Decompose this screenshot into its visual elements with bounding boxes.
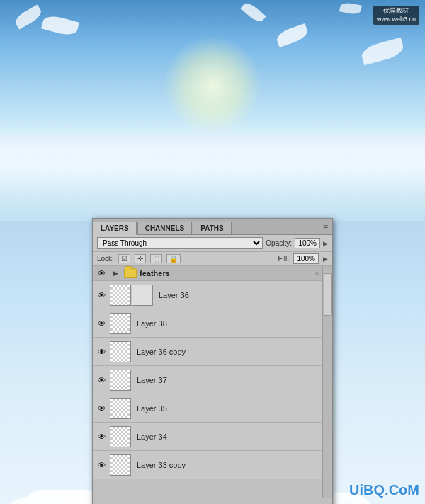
eye-icon-layer33copy[interactable]: 👁 [96, 459, 107, 471]
thumb-container-layer37 [110, 370, 131, 391]
eye-icon-group[interactable]: 👁 [96, 268, 107, 279]
eye-icon-layer38[interactable]: 👁 [96, 318, 107, 329]
opacity-label: Opacity: [266, 239, 292, 247]
eye-icon-layer34[interactable]: 👁 [96, 431, 107, 442]
layer-name-layer38: Layer 38 [134, 319, 320, 328]
table-row[interactable]: 👁 Layer 34 ○ ▼ [93, 423, 332, 451]
thumb-container-layer36copy [110, 341, 131, 362]
tab-channels[interactable]: CHANNELS [137, 222, 193, 234]
table-row[interactable]: 👁 Layer 36 copy ○ ▼ [93, 338, 332, 366]
fill-arrow[interactable]: ▶ [323, 256, 328, 263]
layers-content: 👁 ▶ feathers ○ ▼ 👁 Layer 36 ○ ▼ 👁 [93, 266, 332, 498]
thumb-container-layer36 [110, 285, 153, 306]
layer-name-layer36copy: Layer 36 copy [134, 348, 320, 356]
lock-check-btn[interactable]: ☑ [118, 254, 130, 263]
thumb-container-layer38 [110, 313, 131, 334]
layer-thumb-layer37 [110, 370, 131, 391]
blend-mode-select[interactable]: Pass Through [97, 237, 263, 249]
layer-thumb-layer36copy [110, 341, 131, 362]
watermark: 优异教材 www.web3.cn [373, 6, 419, 25]
lock-label: Lock: [97, 255, 114, 263]
lock-all-btn[interactable]: 🔒 [166, 254, 181, 263]
group-fx: ○ [315, 270, 319, 277]
table-row[interactable]: 👁 Layer 35 ○ ▼ [93, 394, 332, 423]
fill-value[interactable]: 100% [293, 253, 319, 264]
scrollbar[interactable] [322, 266, 332, 498]
blend-row: Pass Through Opacity: 100% ▶ [93, 235, 332, 252]
layer-name-layer34: Layer 34 [134, 433, 320, 441]
layer-thumb-layer34 [110, 426, 131, 447]
lock-move-btn[interactable]: ✛ [135, 254, 146, 263]
layer-mask-layer36 [132, 285, 153, 306]
panel-tabs: LAYERS CHANNELS PATHS ≡ [93, 219, 332, 235]
table-row[interactable]: 👁 Layer 38 ○ ▼ [93, 309, 332, 338]
layers-panel: LAYERS CHANNELS PATHS ≡ Pass Through Opa… [92, 218, 333, 504]
bottom-watermark: UiBQ.CoM [349, 482, 419, 498]
layer-name-layer35: Layer 35 [134, 404, 320, 413]
opacity-arrow[interactable]: ▶ [323, 240, 328, 247]
opacity-value[interactable]: 100% [295, 238, 320, 248]
group-triangle[interactable]: ▶ [110, 268, 121, 279]
table-row[interactable]: 👁 Layer 36 ○ ▼ [93, 281, 332, 309]
eye-icon-layer35[interactable]: 👁 [96, 403, 107, 414]
tab-paths[interactable]: PATHS [193, 222, 231, 234]
layer-thumb-layer35 [110, 398, 131, 419]
tab-layers[interactable]: LAYERS [93, 222, 137, 235]
thumb-container-layer35 [110, 398, 131, 419]
thumb-container-layer33copy [110, 454, 131, 476]
fill-label: Fill: [278, 255, 289, 263]
lock-paint-btn[interactable]: ⬚ [150, 254, 162, 263]
thumb-container-layer34 [110, 426, 131, 447]
panel-menu-icon[interactable]: ≡ [319, 220, 332, 234]
table-row[interactable]: 👁 Layer 33 copy ○ ▼ [93, 451, 332, 479]
group-name: feathers [140, 269, 312, 277]
table-row[interactable]: 👁 Layer 37 ○ ▼ [93, 366, 332, 394]
eye-icon-layer37[interactable]: 👁 [96, 374, 107, 386]
lock-row: Lock: ☑ ✛ ⬚ 🔒 Fill: 100% ▶ [93, 252, 332, 266]
layer-name-layer37: Layer 37 [134, 376, 320, 384]
group-layer-feathers[interactable]: 👁 ▶ feathers ○ ▼ [93, 266, 332, 281]
scrollbar-thumb[interactable] [324, 273, 332, 316]
layer-thumb-layer38 [110, 313, 131, 334]
layer-thumb-layer36 [110, 285, 131, 306]
background-scene [0, 0, 425, 221]
group-folder-icon [124, 268, 137, 278]
layer-thumb-layer33copy [110, 454, 131, 476]
eye-icon-layer36[interactable]: 👁 [96, 290, 107, 301]
eye-icon-layer36copy[interactable]: 👁 [96, 346, 107, 357]
layer-name-layer33copy: Layer 33 copy [134, 461, 320, 469]
layer-name-layer36: Layer 36 [156, 291, 320, 299]
